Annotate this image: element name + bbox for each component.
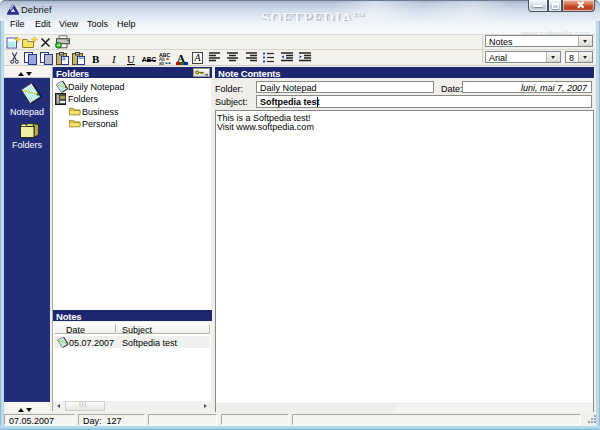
svg-text:ab: ab [159, 61, 165, 65]
